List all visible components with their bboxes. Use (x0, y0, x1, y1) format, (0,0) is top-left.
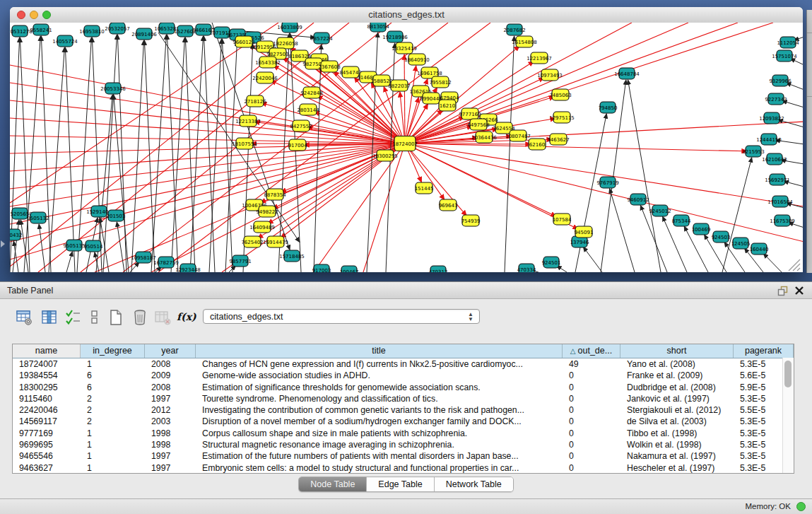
table-cell[interactable]: Stergiakouli et al. (2012) (620, 404, 734, 416)
close-panel-icon[interactable] (794, 285, 805, 296)
table-cell[interactable]: 1997 (145, 450, 196, 462)
table-cell[interactable]: 1997 (145, 462, 196, 474)
network-canvas[interactable]: 2053127895582411405572416953810205320572… (10, 23, 803, 272)
table-options-icon[interactable] (16, 309, 33, 326)
table-cell[interactable]: Franke et al. (2009) (620, 370, 734, 381)
table-cell[interactable]: 49 (563, 358, 620, 370)
table-cell[interactable]: 0 (563, 370, 620, 381)
table-cell[interactable]: 2009 (145, 370, 196, 381)
float-panel-icon[interactable] (777, 286, 788, 296)
table-cell[interactable]: Jankovic et al. (1997) (620, 393, 734, 404)
scrollbar-thumb[interactable] (784, 361, 792, 387)
table-cell[interactable]: 1997 (145, 393, 196, 404)
table-selector-dropdown[interactable]: citations_edges.txt ▲▼ (203, 309, 480, 324)
table-cell[interactable]: Disruption of a novel member of a sodium… (196, 416, 563, 427)
graph-node-label: 917003 (312, 268, 331, 273)
table-row[interactable]: 1830029562008Estimation of significance … (13, 382, 794, 393)
table-cell[interactable]: Wolkin et al. (1998) (620, 439, 734, 450)
table-cell[interactable]: Changes of HCN gene expression and I(f) … (196, 358, 563, 370)
select-rows-icon[interactable] (65, 309, 82, 326)
table-row[interactable]: 946554611997Estimation of the future num… (13, 450, 794, 462)
table-row[interactable]: 1456911722003Disruption of a novel membe… (13, 416, 794, 427)
table-cell[interactable]: 1 (81, 462, 145, 474)
table-cell[interactable]: 1 (81, 450, 145, 462)
function-builder-icon[interactable]: f(x) (177, 310, 194, 327)
table-cell[interactable]: 0 (563, 462, 620, 474)
column-header-title[interactable]: title (196, 344, 563, 358)
table-cell[interactable]: Corpus callosum shape and size in male p… (196, 428, 563, 439)
split-view-icon[interactable] (86, 309, 103, 326)
table-cell[interactable]: 1 (81, 428, 145, 439)
table-cell[interactable]: 2 (81, 393, 145, 404)
table-cell[interactable]: 9463627 (13, 462, 81, 474)
table-cell[interactable]: Nakamura et al. (1997) (620, 450, 734, 462)
table-row[interactable]: 911546021997Tourette syndrome. Phenomeno… (13, 393, 794, 404)
column-header-name[interactable]: name (13, 344, 81, 358)
table-cell[interactable]: 2012 (145, 404, 196, 416)
table-cell[interactable]: 19384554 (13, 370, 81, 381)
table-cell[interactable]: 2 (81, 404, 145, 416)
table-cell[interactable]: Estimation of significance thresholds fo… (196, 382, 563, 393)
column-visibility-icon[interactable] (41, 309, 58, 326)
column-header-in_degree[interactable]: in_degree (81, 344, 145, 358)
table-cell[interactable]: 2008 (145, 382, 196, 393)
table-cell[interactable]: 6 (81, 370, 145, 381)
tab-edge-table[interactable]: Edge Table (367, 477, 434, 491)
table-cell[interactable]: 18724007 (13, 358, 81, 370)
table-cell[interactable]: Genome-wide association studies in ADHD. (196, 370, 563, 381)
table-cell[interactable]: 2 (81, 416, 145, 427)
tab-network-table[interactable]: Network Table (435, 477, 513, 491)
table-cell[interactable]: 0 (563, 382, 620, 393)
window-title: citations_edges.txt (10, 9, 803, 20)
resize-grip-icon[interactable] (789, 259, 800, 271)
table-row[interactable]: 2242004622012Investigating the contribut… (13, 404, 794, 416)
table-cell[interactable]: 0 (563, 439, 620, 450)
column-header-year[interactable]: year (145, 344, 196, 358)
delete-column-icon[interactable] (131, 309, 148, 326)
table-cell[interactable]: 0 (563, 450, 620, 462)
table-cell[interactable]: 9777169 (13, 428, 81, 439)
table-cell[interactable]: 0 (563, 416, 620, 427)
table-cell[interactable]: Structural magnetic resonance image aver… (196, 439, 563, 450)
table-cell[interactable]: de Silva et al. (2003) (620, 416, 734, 427)
table-cell[interactable]: 1 (81, 358, 145, 370)
table-cell[interactable]: 9699695 (13, 439, 81, 450)
table-row[interactable]: 1872400712008Changes of HCN gene express… (13, 358, 794, 370)
table-cell[interactable]: 0 (563, 393, 620, 404)
table-cell[interactable]: Estimation of the future numbers of pati… (196, 450, 563, 462)
table-cell[interactable]: 2008 (145, 358, 196, 370)
tab-node-table[interactable]: Node Table (299, 477, 367, 491)
table-cell[interactable]: 0 (563, 404, 620, 416)
table-row[interactable]: 946362711997Embryonic stem cells: a mode… (13, 462, 794, 474)
table-cell[interactable]: 14569117 (13, 416, 81, 427)
table-cell[interactable]: Dudbridge et al. (2008) (620, 382, 734, 393)
panel-collapse-arrow-icon[interactable] (1, 240, 5, 247)
table-cell[interactable]: Embryonic stem cells: a model to study s… (196, 462, 563, 474)
table-row[interactable]: 977716911998Corpus callosum shape and si… (13, 428, 794, 439)
graph-node-label: 22420046 (252, 76, 278, 81)
table-cell[interactable]: 18300295 (13, 382, 81, 393)
table-cell[interactable]: Hescheler et al. (1997) (620, 462, 734, 474)
table-cell[interactable]: Investigating the contribution of common… (196, 404, 563, 416)
table-cell[interactable]: Tourette syndrome. Phenomenology and cla… (196, 393, 563, 404)
table-cell[interactable]: 9465546 (13, 450, 81, 462)
table-row[interactable]: 1938455462009Genome-wide association stu… (13, 370, 794, 381)
table-cell[interactable]: 22420046 (13, 404, 81, 416)
network-window-titlebar[interactable]: citations_edges.txt (10, 7, 803, 23)
table-cell[interactable]: 9115460 (13, 393, 81, 404)
table-cell[interactable]: 1998 (145, 439, 196, 450)
table-row[interactable]: 969969511998Structural magnetic resonanc… (13, 439, 794, 450)
table-cell[interactable]: Tibbo et al. (1998) (620, 428, 734, 439)
table-cell[interactable]: 0 (563, 428, 620, 439)
vertical-scrollbar[interactable] (782, 358, 794, 473)
table-cell[interactable]: 1998 (145, 428, 196, 439)
table-cell[interactable]: 6 (81, 382, 145, 393)
table-cell[interactable]: Yano et al. (2008) (620, 358, 734, 370)
graph-edge (261, 103, 405, 144)
column-header-pagerank[interactable]: pagerank (734, 344, 794, 358)
new-column-icon[interactable] (107, 309, 124, 326)
table-cell[interactable]: 2003 (145, 416, 196, 427)
table-cell[interactable]: 1 (81, 439, 145, 450)
column-header-short[interactable]: short (620, 344, 734, 358)
column-header-out_de[interactable]: △out_de... (563, 344, 620, 358)
